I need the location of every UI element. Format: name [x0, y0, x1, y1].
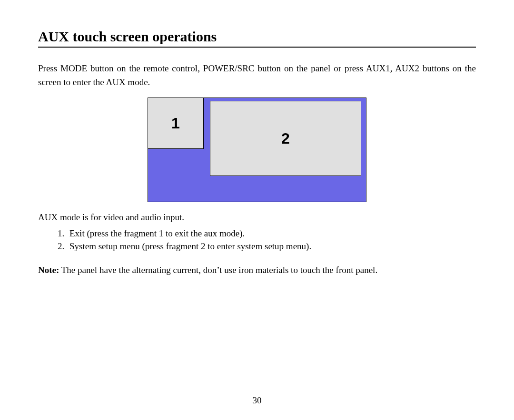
- steps-list: Exit (press the fragment 1 to exit the a…: [38, 227, 476, 253]
- title-rule: [38, 47, 476, 48]
- intro-paragraph: Press MODE button on the remote control,…: [38, 62, 476, 89]
- note-text: The panel have the alternating current, …: [59, 265, 377, 275]
- note-paragraph: Note: The panel have the alternating cur…: [38, 264, 476, 277]
- step-item: Exit (press the fragment 1 to exit the a…: [67, 227, 476, 240]
- body-paragraph: AUX mode is for video and audio input.: [38, 211, 476, 224]
- page: AUX touch screen operations Press MODE b…: [0, 0, 514, 420]
- page-number: 30: [0, 395, 514, 406]
- page-title: AUX touch screen operations: [38, 29, 476, 45]
- fragment-1-region: 1: [148, 98, 204, 149]
- fragment-2-label: 2: [281, 130, 290, 147]
- note-label: Note:: [38, 265, 59, 275]
- figure-container: 1 2: [38, 98, 476, 202]
- touchscreen-figure: 1 2: [148, 98, 366, 202]
- step-item: System setup menu (press fragment 2 to e…: [67, 240, 476, 253]
- fragment-2-region: 2: [210, 101, 361, 176]
- fragment-1-label: 1: [171, 115, 180, 132]
